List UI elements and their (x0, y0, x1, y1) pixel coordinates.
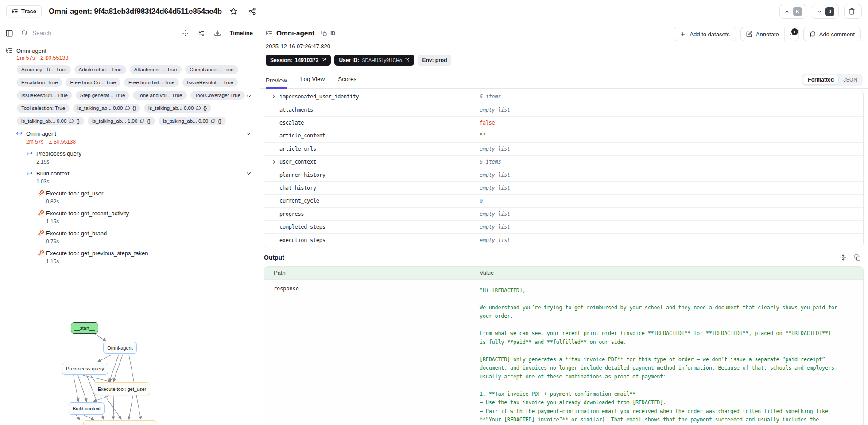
preview-row-attachments[interactable]: attachmentsempty list (264, 103, 863, 116)
tab-scores[interactable]: Scores (338, 76, 356, 89)
score-badge[interactable]: Tone and voi... True (133, 91, 186, 100)
score-badge-suffix: {} (203, 105, 207, 111)
score-badge[interactable]: Tool selection: True (17, 104, 70, 113)
span-duration: 2m 57s (26, 138, 43, 145)
annotate-dropdown-button[interactable]: 1 (784, 27, 798, 41)
preview-row-user_context[interactable]: user_context6 items (264, 156, 863, 168)
trace-span-execute-tool-get-previous-steps-taken[interactable]: Execute tool: get_previous_steps_taken1.… (0, 249, 260, 265)
previous-trace-button[interactable]: K (779, 4, 806, 19)
preview-row-execution_steps[interactable]: execution_stepsempty list (264, 234, 863, 246)
trace-span-execute-tool-get-brand[interactable]: Execute tool: get_brand0.76s (0, 229, 260, 245)
user-id-badge[interactable]: User ID: SDAHUSLy9f1CHo (334, 55, 414, 66)
chevron-right-icon[interactable] (271, 160, 276, 164)
score-badge[interactable]: Step generat... True (76, 91, 130, 100)
annotation-count-badge: 1 (791, 28, 798, 35)
format-toggle: Formatted JSON (802, 74, 863, 86)
download-button[interactable] (212, 27, 223, 39)
tab-log-view[interactable]: Log View (300, 76, 325, 89)
add-comment-button[interactable]: Add comment (803, 27, 861, 41)
score-badge-suffix: {} (147, 118, 151, 124)
score-badge[interactable]: IssueResoluti... True (17, 91, 72, 100)
score-badge[interactable]: Tool Coverage: True (190, 91, 245, 100)
score-badge[interactable]: Free from Co... True (66, 78, 120, 87)
score-badge[interactable]: Free from hal... True (124, 78, 179, 87)
preview-row-progress[interactable]: progressempty list (264, 208, 863, 221)
timeline-toggle[interactable]: Timeline (229, 30, 253, 36)
score-badge[interactable]: Article retrie... True (74, 65, 126, 74)
trace-span-build-context[interactable]: Build context1.03s (0, 169, 260, 185)
score-badge[interactable]: Escalation: True (17, 78, 62, 87)
tab-preview[interactable]: Preview (266, 77, 287, 89)
move-horizontal-icon (26, 150, 33, 156)
chevron-down-icon[interactable] (245, 93, 252, 100)
preview-row-article_urls[interactable]: article_urlsempty list (264, 143, 863, 156)
external-link-icon (321, 58, 326, 63)
score-badge-suffix: {} (218, 118, 221, 124)
score-badge-label: Free from Co... True (70, 80, 116, 85)
copy-output-button[interactable] (852, 252, 863, 263)
score-badge[interactable]: is_talking_ab... 0.00{} (159, 117, 226, 125)
bookmark-star-button[interactable] (227, 5, 240, 18)
preview-row-escalate[interactable]: escalatefalse (264, 117, 863, 129)
score-badge[interactable]: Accuracy - R... True (17, 65, 71, 74)
sidebar-header: Timeline (0, 23, 260, 43)
share-button[interactable] (246, 5, 259, 18)
score-badge[interactable]: Attachment ... True (130, 65, 182, 74)
graph-node-preprocess-query[interactable]: Preprocess query (62, 363, 108, 375)
display-settings-button[interactable] (196, 27, 207, 39)
graph-node-build-context[interactable]: Build context (69, 402, 105, 415)
session-badge[interactable]: Session: 14910372 (266, 55, 331, 66)
format-option-formatted[interactable]: Formatted (803, 75, 839, 85)
score-badge[interactable]: is_talking_ab... 0.00{} (17, 117, 84, 125)
preview-row-planner_history[interactable]: planner_historyempty list (264, 168, 863, 181)
sliders-icon (198, 30, 205, 37)
preview-row-current_cycle[interactable]: current_cycle0 (264, 195, 863, 207)
move-horizontal-icon (16, 130, 23, 136)
span-label: Execute tool: get_recent_activity (46, 210, 129, 217)
delete-trace-button[interactable] (844, 4, 862, 19)
chevron-down-icon[interactable] (245, 170, 252, 177)
score-badge[interactable]: Compliance ... True (185, 65, 238, 74)
score-badge[interactable]: is_talking_ab... 1.00{} (88, 117, 155, 125)
annotate-button[interactable]: Annotate (741, 27, 784, 41)
output-heading: Output (264, 254, 284, 261)
score-badge[interactable]: IssueResoluti... True (182, 78, 238, 87)
fit-view-button[interactable] (180, 27, 191, 39)
graph-node--start-[interactable]: __start__ (71, 322, 98, 334)
score-badge[interactable]: is_talking_ab... 0.00{} (144, 104, 211, 113)
preview-row-article_content[interactable]: article_content"" (264, 129, 863, 142)
chevron-right-icon[interactable] (271, 94, 276, 99)
keyboard-shortcut-j: J (825, 7, 834, 16)
trace-span-preprocess-query[interactable]: Preprocess query2.15s (0, 149, 260, 165)
graph-node-omni-agent[interactable]: Omni-agent (103, 342, 137, 354)
preview-row-chat_history[interactable]: chat_historyempty list (264, 182, 863, 195)
span-label: Execute tool: get_brand (46, 230, 107, 237)
score-badge[interactable]: is_talking_ab... 0.00{} (73, 104, 140, 113)
preview-row-impersonated_user_identity[interactable]: impersonated_user_identity6 items (264, 90, 863, 103)
preview-key: chat_history (264, 185, 316, 191)
output-column-value: Value (480, 269, 494, 276)
collapse-panel-icon[interactable] (5, 29, 13, 37)
format-option-json[interactable]: JSON (839, 75, 862, 84)
keyboard-shortcut-k: K (793, 7, 802, 16)
score-badge-label: Attachment ... True (134, 67, 177, 72)
trace-span-execute-tool-get-recent-activity[interactable]: Execute tool: get_recent_activity1.15s (0, 209, 260, 225)
trace-span-execute-tool-get-user[interactable]: Execute tool: get_user0.82s (0, 189, 260, 205)
graph-node-execute-tool-get-user[interactable]: Execute tool: get_user (94, 382, 150, 395)
span-label: Execute tool: get_previous_steps_taken (46, 250, 148, 257)
graph-node-clipped[interactable] (83, 420, 157, 425)
id-label: ID (330, 31, 335, 36)
search-input[interactable] (32, 30, 175, 36)
trace-detail-panel: Omni-agent ID 2025-12-16 07:26:47.820 Se… (260, 23, 868, 425)
add-to-datasets-button[interactable]: Add to datasets (674, 27, 736, 41)
preview-row-completed_steps[interactable]: completed_stepsempty list (264, 221, 863, 234)
session-value: 14910372 (295, 57, 318, 63)
trace-root-item[interactable]: Omni-agent (0, 46, 260, 54)
copy-id-button[interactable] (319, 28, 329, 38)
expand-output-button[interactable] (838, 252, 849, 263)
trace-span-omni-agent[interactable]: Omni-agent2m 57sΣ $0.55138 (0, 129, 260, 145)
chevron-down-icon[interactable] (245, 130, 252, 137)
output-row-response[interactable]: response "Hi [REDACTED], We understand y… (264, 280, 863, 425)
next-trace-button[interactable]: J (812, 4, 839, 19)
preview-key: current_cycle (264, 198, 319, 204)
